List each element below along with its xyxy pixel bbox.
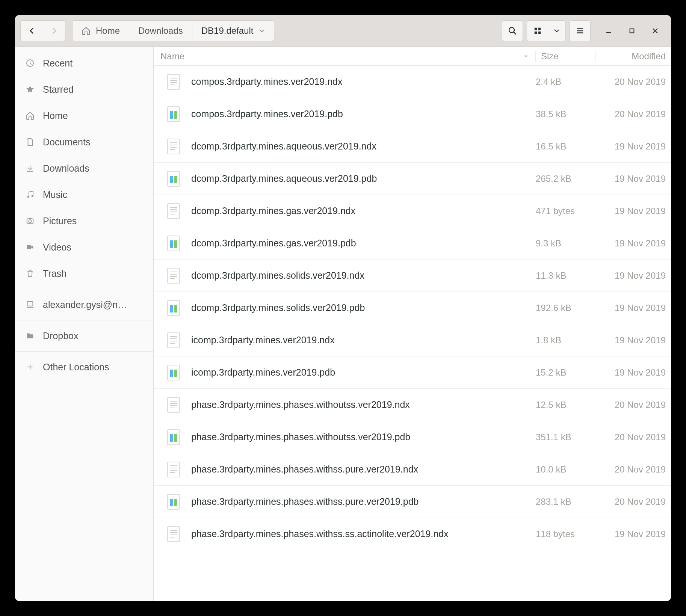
sidebar-other-locations[interactable]: Other Locations [15, 354, 153, 380]
forward-button[interactable] [43, 20, 65, 41]
file-row[interactable]: phase.3rdparty.mines.phases.withoutss.ve… [154, 421, 671, 453]
breadcrumb-segment-1[interactable]: DB19.default [192, 20, 274, 41]
sidebar-item-label: Documents [43, 137, 90, 148]
file-name: dcomp.3rdparty.mines.aqueous.ver2019.ndx [182, 141, 536, 152]
file-icon [165, 74, 182, 90]
breadcrumb: Home Downloads DB19.default [72, 20, 274, 41]
file-icon [165, 267, 182, 284]
minimize-button[interactable] [603, 26, 614, 36]
file-name: dcomp.3rdparty.mines.aqueous.ver2019.pdb [182, 173, 536, 184]
file-size: 12.5 kB [536, 400, 596, 410]
hamburger-menu-button[interactable] [570, 20, 591, 41]
file-name: dcomp.3rdparty.mines.solids.ver2019.pdb [182, 302, 536, 313]
svg-rect-37 [168, 171, 180, 186]
file-modified: 19 Nov 2019 [596, 303, 671, 313]
file-row[interactable]: dcomp.3rdparty.mines.solids.ver2019.pdb1… [154, 292, 671, 324]
sidebar-item-music[interactable]: Music [15, 181, 153, 208]
svg-point-17 [29, 220, 31, 222]
view-grid-button[interactable] [527, 20, 548, 41]
file-name: dcomp.3rdparty.mines.solids.ver2019.ndx [182, 270, 536, 281]
camera-icon [25, 217, 35, 225]
chevron-right-icon [50, 27, 58, 35]
back-button[interactable] [20, 20, 43, 41]
breadcrumb-home[interactable]: Home [72, 20, 129, 41]
breadcrumb-home-label: Home [96, 26, 120, 36]
file-modified: 19 Nov 2019 [596, 238, 671, 249]
file-row[interactable]: phase.3rdparty.mines.phases.withss.pure.… [154, 486, 671, 518]
file-list: compos.3rdparty.mines.ver2019.ndx2.4 kB2… [154, 66, 671, 601]
view-dropdown-button[interactable] [548, 20, 566, 41]
file-row[interactable]: dcomp.3rdparty.mines.solids.ver2019.ndx1… [154, 260, 671, 292]
column-header-size[interactable]: Size [536, 51, 596, 62]
file-modified: 20 Nov 2019 [596, 464, 671, 475]
file-icon [165, 364, 182, 381]
file-row[interactable]: compos.3rdparty.mines.ver2019.pdb38.5 kB… [154, 98, 671, 130]
file-modified: 19 Nov 2019 [596, 270, 671, 281]
svg-rect-20 [27, 302, 33, 306]
file-row[interactable]: icomp.3rdparty.mines.ver2019.ndx1.8 kB19… [154, 324, 671, 356]
file-row[interactable]: phase.3rdparty.mines.phases.withoutss.ve… [154, 389, 671, 421]
svg-rect-64 [168, 397, 180, 412]
sidebar-item-trash[interactable]: Trash [15, 260, 153, 287]
file-size: 118 bytes [536, 529, 596, 539]
file-row[interactable]: phase.3rdparty.mines.phases.withss.ss.ac… [154, 518, 671, 550]
chevron-down-icon [554, 28, 560, 34]
file-row[interactable]: dcomp.3rdparty.mines.aqueous.ver2019.ndx… [154, 130, 671, 163]
sidebar-item-videos[interactable]: Videos [15, 234, 153, 260]
file-name: compos.3rdparty.mines.ver2019.ndx [182, 76, 536, 87]
svg-rect-2 [534, 28, 536, 30]
svg-rect-39 [174, 176, 177, 183]
sidebar-dropbox[interactable]: Dropbox [15, 323, 153, 349]
svg-rect-69 [168, 430, 180, 445]
svg-rect-72 [168, 462, 180, 477]
file-row[interactable]: compos.3rdparty.mines.ver2019.ndx2.4 kB2… [154, 66, 671, 98]
svg-rect-62 [170, 370, 173, 377]
view-switcher [527, 20, 566, 41]
trash-icon [25, 269, 35, 278]
maximize-icon [629, 28, 635, 34]
sidebar-item-home[interactable]: Home [15, 103, 153, 129]
svg-rect-63 [174, 370, 177, 377]
minimize-icon [605, 27, 612, 34]
file-row[interactable]: dcomp.3rdparty.mines.aqueous.ver2019.pdb… [154, 163, 671, 195]
sidebar-item-downloads[interactable]: Downloads [15, 155, 153, 181]
sidebar-item-recent[interactable]: Recent [15, 50, 153, 76]
file-row[interactable]: phase.3rdparty.mines.phases.withss.pure.… [154, 453, 671, 486]
breadcrumb-segment-0[interactable]: Downloads [129, 20, 192, 41]
nav-buttons [20, 20, 65, 41]
file-icon [165, 397, 182, 413]
svg-rect-61 [168, 365, 180, 380]
file-row[interactable]: icomp.3rdparty.mines.ver2019.pdb15.2 kB1… [154, 356, 671, 389]
file-row[interactable]: dcomp.3rdparty.mines.gas.ver2019.pdb9.3 … [154, 227, 671, 260]
file-size: 283.1 kB [536, 497, 596, 507]
search-icon [508, 26, 517, 35]
search-button[interactable] [502, 20, 523, 41]
file-name: dcomp.3rdparty.mines.gas.ver2019.pdb [182, 238, 536, 249]
window-controls [603, 26, 660, 36]
maximize-button[interactable] [627, 26, 637, 36]
sort-desc-icon [523, 54, 529, 59]
column-header-modified[interactable]: Modified [596, 51, 671, 62]
column-headers: Name Size Modified [154, 47, 671, 66]
sidebar-account[interactable]: alexander.gysi@n… [15, 291, 153, 318]
file-name: phase.3rdparty.mines.phases.withoutss.ve… [182, 399, 536, 410]
svg-rect-38 [170, 176, 173, 183]
column-header-name[interactable]: Name [154, 51, 536, 62]
sidebar-item-documents[interactable]: Documents [15, 129, 153, 155]
file-name: phase.3rdparty.mines.phases.withss.ss.ac… [182, 528, 536, 539]
svg-rect-5 [538, 32, 540, 34]
sidebar-item-pictures[interactable]: Pictures [15, 208, 153, 234]
file-name: phase.3rdparty.mines.phases.withss.pure.… [182, 496, 536, 507]
sidebar-item-label: Recent [43, 58, 73, 69]
file-size: 9.3 kB [536, 238, 596, 249]
close-button[interactable] [650, 26, 660, 36]
file-row[interactable]: dcomp.3rdparty.mines.gas.ver2019.ndx471 … [154, 195, 671, 227]
breadcrumb-label: Downloads [138, 26, 183, 36]
down-icon [25, 164, 35, 173]
svg-rect-80 [168, 527, 180, 542]
file-size: 1.8 kB [536, 335, 596, 346]
sidebar-item-label: Videos [43, 242, 71, 253]
sidebar-item-starred[interactable]: Starred [15, 76, 153, 103]
svg-rect-47 [174, 240, 177, 248]
file-size: 2.4 kB [536, 77, 596, 87]
